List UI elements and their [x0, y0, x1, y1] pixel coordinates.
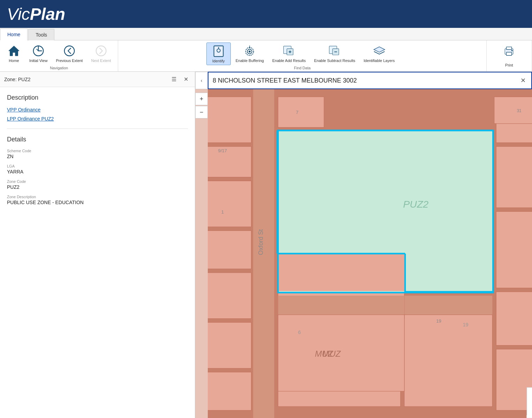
- initial-view-icon: [31, 44, 45, 58]
- svg-rect-34: [208, 97, 251, 143]
- tab-home[interactable]: Home: [0, 29, 28, 40]
- ribbon-btn-initial-view[interactable]: Initial View: [26, 42, 51, 64]
- ribbon-find-data-items: Identify Enable Buffering: [206, 42, 398, 66]
- details-heading: Details: [7, 136, 188, 143]
- svg-rect-49: [404, 315, 492, 407]
- enable-buffering-icon: [243, 44, 257, 58]
- enable-subtract-results-btn-label: Enable Subtract Results: [314, 59, 355, 63]
- nav-group-label: Navigation: [50, 66, 68, 71]
- svg-rect-63: [527, 387, 532, 418]
- zone-description-value: PUBLIC USE ZONE - EDUCATION: [7, 200, 188, 205]
- map-search-input[interactable]: [213, 77, 519, 84]
- panel-header: Zone: PUZ2 ☰ ✕: [0, 72, 195, 87]
- svg-rect-52: [496, 147, 532, 208]
- next-extent-icon: [94, 44, 108, 58]
- lga-value: YARRA: [7, 169, 188, 175]
- identify-icon: [212, 44, 226, 58]
- enable-subtract-results-icon: [328, 44, 342, 58]
- svg-text:PUZ2: PUZ2: [403, 199, 428, 210]
- svg-rect-30: [507, 47, 512, 50]
- ribbon-btn-home[interactable]: Home: [3, 42, 24, 64]
- map-canvas: Oxford St 7 MUZ 19 31 9/17: [208, 89, 532, 418]
- ribbon-btn-print[interactable]: Identifiable Layers Print: [490, 42, 528, 69]
- ribbon-group-find-data: Identify Enable Buffering: [118, 40, 486, 71]
- ribbon-navigation-items: Home Initial View: [3, 42, 114, 66]
- panel-close-btn[interactable]: ✕: [181, 75, 191, 84]
- svg-text:19: 19: [463, 322, 468, 327]
- zone-code-value: PUZ2: [7, 184, 188, 190]
- section-divider: [7, 129, 188, 129]
- lpp-ordinance-link[interactable]: LPP Ordinance PUZ2: [7, 116, 188, 122]
- print-btn-label2: Print: [505, 63, 513, 68]
- svg-rect-36: [208, 181, 251, 227]
- ribbon-btn-previous-extent[interactable]: Previous Extent: [52, 42, 86, 64]
- panel-title: Zone: PUZ2: [4, 77, 167, 82]
- previous-extent-btn-label: Previous Extent: [56, 59, 83, 63]
- svg-text:Oxford St: Oxford St: [257, 229, 264, 255]
- tab-bar: Home Tools: [0, 28, 532, 40]
- svg-text:31: 31: [517, 108, 522, 113]
- svg-text:6: 6: [298, 330, 301, 335]
- svg-point-11: [249, 51, 251, 53]
- zoom-out-btn[interactable]: −: [195, 106, 208, 118]
- map-attribution: [526, 415, 532, 418]
- identifiable-layers-btn-label: Identifiable Layers: [364, 59, 395, 63]
- home-icon: [7, 44, 21, 58]
- ribbon-btn-enable-buffering[interactable]: Enable Buffering: [232, 42, 267, 64]
- svg-point-3: [96, 46, 106, 56]
- panel-content: Description VPP Ordinance LPP Ordinance …: [0, 87, 195, 418]
- previous-extent-icon: [62, 44, 76, 58]
- initial-view-btn-label: Initial View: [29, 59, 47, 63]
- svg-rect-53: [496, 211, 532, 288]
- ribbon-btn-next-extent: Next Extent: [88, 42, 114, 64]
- zoom-in-btn[interactable]: +: [195, 93, 208, 105]
- svg-rect-37: [208, 231, 251, 269]
- vpp-ordinance-link[interactable]: VPP Ordinance: [7, 107, 188, 113]
- logo-vic: Vic: [7, 5, 30, 23]
- lga-label: LGA: [7, 164, 188, 168]
- map-search-close-btn[interactable]: ✕: [519, 75, 527, 86]
- map-area[interactable]: ‹ ✕ + −: [195, 72, 532, 418]
- ribbon-btn-identify[interactable]: Identify: [206, 42, 231, 65]
- logo-plan: Plan: [30, 5, 65, 23]
- enable-add-results-icon: [282, 44, 296, 58]
- identify-btn-label: Identify: [212, 59, 225, 63]
- left-panel: Zone: PUZ2 ☰ ✕ Description VPP Ordinance…: [0, 72, 195, 418]
- svg-marker-0: [9, 46, 19, 56]
- find-data-group-label: Find Data: [294, 66, 311, 71]
- svg-rect-71: [278, 315, 404, 392]
- description-heading: Description: [7, 94, 188, 101]
- ribbon-btn-identifiable-layers[interactable]: Identifiable Layers: [360, 42, 398, 64]
- panel-menu-btn[interactable]: ☰: [169, 75, 179, 84]
- ribbon-btn-enable-subtract-results[interactable]: Enable Subtract Results: [311, 42, 359, 64]
- svg-point-31: [511, 50, 513, 51]
- ribbon-group-navigation: Home Initial View: [0, 40, 118, 71]
- tab-tools[interactable]: Tools: [28, 29, 54, 40]
- next-extent-btn-label: Next Extent: [91, 59, 111, 63]
- svg-rect-56: [494, 97, 532, 124]
- zone-code-label: Zone Code: [7, 179, 188, 184]
- map-collapse-btn[interactable]: ‹: [195, 72, 208, 89]
- print-icon: [502, 44, 516, 58]
- svg-text:7: 7: [296, 110, 298, 115]
- identifiable-layers-icon: [372, 44, 386, 58]
- app-logo: VicPlan: [7, 5, 65, 24]
- svg-rect-40: [208, 372, 251, 410]
- svg-rect-38: [208, 273, 251, 319]
- svg-rect-74: [279, 254, 405, 291]
- svg-marker-26: [374, 47, 384, 52]
- svg-rect-35: [208, 147, 251, 177]
- enable-buffering-btn-label: Enable Buffering: [236, 59, 264, 63]
- app-header: VicPlan: [0, 0, 532, 28]
- ribbon-btn-enable-add-results[interactable]: Enable Add Results: [269, 42, 309, 64]
- svg-rect-43: [278, 97, 324, 127]
- scheme-code-label: Scheme Code: [7, 149, 188, 153]
- svg-text:1: 1: [221, 209, 224, 215]
- ribbon-print-items: Identifiable Layers Print: [490, 42, 528, 71]
- scheme-code-value: ZN: [7, 154, 188, 159]
- home-btn-label: Home: [9, 59, 19, 63]
- svg-rect-54: [496, 292, 532, 346]
- svg-rect-29: [507, 52, 512, 56]
- svg-rect-39: [208, 323, 251, 369]
- enable-add-results-btn-label: Enable Add Results: [272, 59, 306, 63]
